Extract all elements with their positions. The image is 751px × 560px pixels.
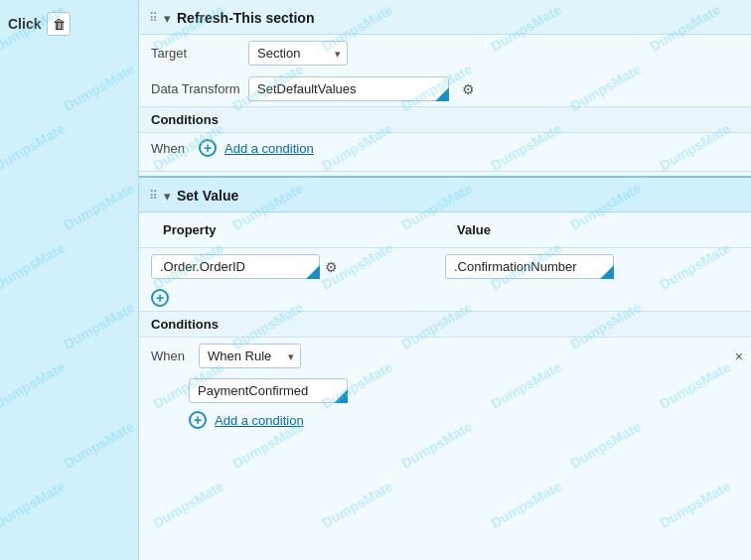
sidebar: Click 🗑 <box>0 0 139 560</box>
set-value-header: ⠿ ▾ Set Value <box>139 176 751 212</box>
value-col <box>445 254 739 279</box>
data-transform-row: Data Transform ⚙ <box>139 71 751 106</box>
when-rule-select-wrap: When Rule Always Never ▾ <box>199 344 301 368</box>
drag-handle-2[interactable]: ⠿ <box>149 189 158 203</box>
property-input[interactable] <box>151 254 320 279</box>
payment-row <box>139 374 751 407</box>
close-button[interactable]: × <box>735 349 743 364</box>
property-header: Property <box>151 217 445 242</box>
add-condition-row-2: + Add a condition <box>139 407 751 435</box>
refresh-section-header: ⠿ ▾ Refresh-This section <box>139 0 751 35</box>
collapse-arrow-1[interactable]: ▾ <box>164 11 171 26</box>
when-rule-select[interactable]: When Rule Always Never <box>199 344 301 368</box>
trash-button[interactable]: 🗑 <box>47 12 71 36</box>
data-transform-gear-button[interactable]: ⚙ <box>457 78 479 100</box>
payment-input-wrap <box>189 378 348 403</box>
target-row: Target Section Page Self ▾ <box>139 35 751 71</box>
property-gear-button[interactable]: ⚙ <box>320 256 342 278</box>
conditions-label-2: Conditions <box>151 317 219 332</box>
click-label: Click <box>8 16 41 32</box>
drag-handle-1[interactable]: ⠿ <box>149 11 158 25</box>
when-rule-row: When When Rule Always Never ▾ × <box>139 338 751 374</box>
main-content: ⠿ ▾ Refresh-This section Target Section … <box>139 0 751 560</box>
property-col: ⚙ <box>151 254 445 279</box>
triangle-indicator-4 <box>334 389 348 403</box>
set-value-section-block: ⠿ ▾ Set Value Property Value ⚙ <box>139 176 751 435</box>
add-condition-plus-1[interactable]: + <box>199 139 217 157</box>
refresh-section-block: ⠿ ▾ Refresh-This section Target Section … <box>139 0 751 172</box>
conditions-label-1: Conditions <box>151 112 219 127</box>
triangle-indicator-2 <box>306 265 320 279</box>
set-value-title: Set Value <box>177 188 238 204</box>
target-select[interactable]: Section Page Self <box>248 41 348 66</box>
add-row-plus[interactable]: + <box>151 289 169 307</box>
sidebar-click-area: Click 🗑 <box>8 12 71 36</box>
value-input[interactable] <box>445 254 614 279</box>
when-label-1: When <box>151 141 191 156</box>
triangle-indicator-1 <box>435 87 449 101</box>
data-transform-input-wrap <box>248 76 449 101</box>
add-condition-plus-2[interactable]: + <box>189 411 207 429</box>
when-label-2: When <box>151 349 191 363</box>
value-header: Value <box>445 217 739 242</box>
conditions-header-2: Conditions <box>139 311 751 338</box>
triangle-indicator-3 <box>600 265 614 279</box>
plus-row: + <box>139 285 751 311</box>
collapse-arrow-2[interactable]: ▾ <box>164 189 171 204</box>
when-row-1: When + Add a condition <box>139 133 751 163</box>
property-value-row: ⚙ <box>139 248 751 285</box>
refresh-section-title: Refresh-This section <box>177 10 314 26</box>
data-transform-label: Data Transform <box>151 81 240 96</box>
value-input-wrap <box>445 254 614 279</box>
target-select-wrap: Section Page Self ▾ <box>248 41 348 66</box>
add-condition-link-1[interactable]: Add a condition <box>225 141 314 156</box>
data-transform-input[interactable] <box>248 76 449 101</box>
add-condition-link-2[interactable]: Add a condition <box>215 413 304 428</box>
trash-icon: 🗑 <box>53 17 66 32</box>
property-value-headers: Property Value <box>139 212 751 248</box>
property-input-wrap <box>151 254 320 279</box>
target-label: Target <box>151 46 240 61</box>
conditions-header-1: Conditions <box>139 106 751 133</box>
payment-input[interactable] <box>189 378 348 403</box>
